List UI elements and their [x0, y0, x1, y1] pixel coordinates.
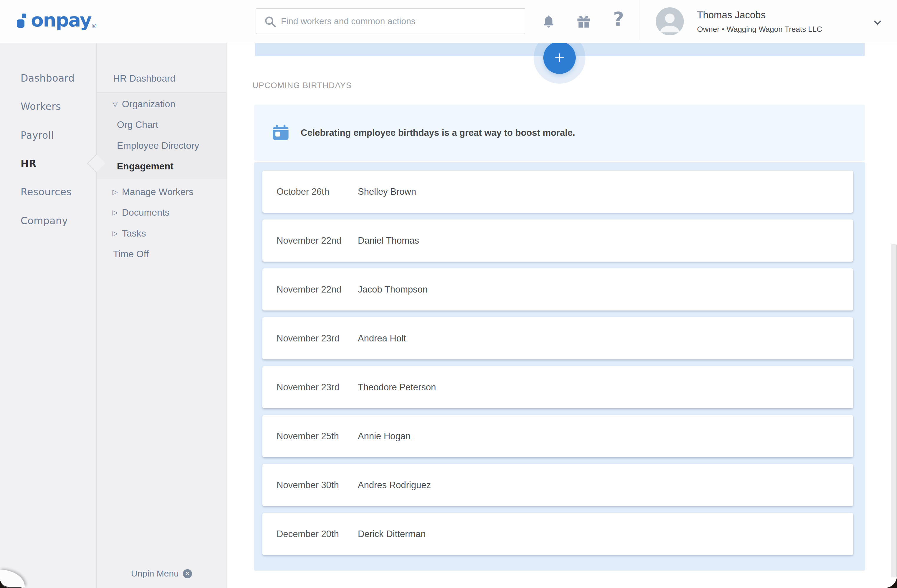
plus-icon — [554, 53, 565, 63]
birthday-date: December 20th — [277, 529, 358, 539]
birthday-row[interactable]: November 25th Annie Hogan — [262, 415, 853, 457]
submenu-item-documents[interactable]: Documents — [122, 206, 170, 219]
vertical-scrollbar-thumb[interactable] — [891, 245, 897, 577]
birthday-name: Jacob Thompson — [358, 284, 428, 295]
user-role-company: Owner • Wagging Wagon Treats LLC — [697, 25, 822, 34]
birthday-date: November 23rd — [277, 333, 358, 344]
sidebar-item-hr[interactable]: HR — [21, 157, 37, 170]
notifications-bell-icon[interactable] — [541, 14, 556, 30]
birthday-name: Theodore Peterson — [358, 382, 436, 393]
search-input[interactable] — [256, 8, 525, 34]
submenu-item-hr-dashboard[interactable]: HR Dashboard — [113, 72, 176, 84]
birthday-name: Daniel Thomas — [358, 235, 419, 246]
birthday-row[interactable]: November 22nd Daniel Thomas — [262, 219, 853, 262]
birthday-date: November 25th — [277, 431, 358, 442]
unpin-menu-button[interactable]: Unpin Menu ✕ — [96, 568, 227, 579]
birthday-row[interactable]: October 26th Shelley Brown — [262, 171, 853, 213]
sidebar-item-dashboard[interactable]: Dashboard — [21, 72, 75, 85]
birthday-row[interactable]: December 20th Derick Ditterman — [262, 513, 853, 555]
birthday-date: November 22nd — [277, 284, 358, 295]
onpay-logo-text: onpay — [31, 11, 91, 30]
birthday-row[interactable]: November 22nd Jacob Thompson — [262, 268, 853, 311]
global-search — [256, 8, 525, 34]
user-avatar[interactable] — [656, 8, 684, 35]
sidebar-item-company[interactable]: Company — [21, 214, 68, 227]
birthday-date: October 26th — [277, 187, 358, 197]
calendar-icon — [271, 122, 290, 144]
birthday-date: November 30th — [277, 480, 358, 490]
registered-trademark: ® — [92, 23, 96, 29]
birthday-date: November 22nd — [277, 235, 358, 246]
onpay-logo-mark-icon — [17, 14, 29, 30]
primary-sidebar: Dashboard Workers Payroll HR Resources C… — [0, 43, 96, 588]
user-name[interactable]: Thomas Jacobs — [697, 9, 766, 21]
submenu-item-organization[interactable]: Organization — [122, 98, 175, 110]
triangle-collapsed-icon[interactable]: ▷ — [112, 206, 122, 219]
submenu-item-org-chart[interactable]: Org Chart — [117, 118, 158, 131]
birthday-row[interactable]: November 23rd Theodore Peterson — [262, 366, 853, 408]
section-title: UPCOMING BIRTHDAYS — [253, 81, 352, 90]
birthday-name: Derick Ditterman — [358, 529, 426, 539]
sidebar-item-workers[interactable]: Workers — [21, 100, 61, 113]
sidebar-item-payroll[interactable]: Payroll — [21, 129, 54, 142]
triangle-collapsed-icon[interactable]: ▷ — [112, 227, 122, 239]
birthday-row[interactable]: November 30th Andres Rodriguez — [262, 464, 853, 506]
rewards-gift-icon[interactable] — [576, 14, 592, 31]
birthday-callout: Celebrating employee birthdays is a grea… — [254, 104, 865, 161]
chevron-down-icon[interactable] — [872, 17, 883, 29]
birthday-name: Andres Rodriguez — [358, 480, 431, 490]
help-question-icon[interactable]: ? — [613, 8, 624, 30]
triangle-expanded-icon[interactable]: ▽ — [112, 98, 122, 110]
birthday-name: Annie Hogan — [358, 431, 410, 442]
app-window: onpay ® — [0, 0, 897, 588]
header-divider — [639, 0, 639, 42]
hr-submenu: HR Dashboard ▽ Organization Org Chart Em… — [96, 43, 227, 588]
callout-message: Celebrating employee birthdays is a grea… — [301, 104, 575, 161]
submenu-item-employee-directory[interactable]: Employee Directory — [117, 139, 199, 152]
circle-x-icon: ✕ — [183, 569, 192, 578]
add-button[interactable] — [543, 41, 576, 74]
submenu-item-manage-workers[interactable]: Manage Workers — [122, 185, 193, 198]
submenu-item-time-off[interactable]: Time Off — [113, 248, 149, 260]
birthday-name: Andrea Holt — [358, 333, 406, 344]
submenu-item-tasks[interactable]: Tasks — [122, 227, 146, 239]
sidebar-item-resources[interactable]: Resources — [21, 185, 72, 199]
submenu-item-engagement[interactable]: Engagement — [117, 160, 173, 172]
birthday-name: Shelley Brown — [358, 187, 416, 197]
birthday-date: November 23rd — [277, 382, 358, 393]
birthday-row[interactable]: November 23rd Andrea Holt — [262, 317, 853, 360]
top-header: onpay ® — [0, 0, 897, 43]
triangle-collapsed-icon[interactable]: ▷ — [112, 185, 122, 198]
onpay-logo[interactable]: onpay ® — [17, 11, 96, 30]
